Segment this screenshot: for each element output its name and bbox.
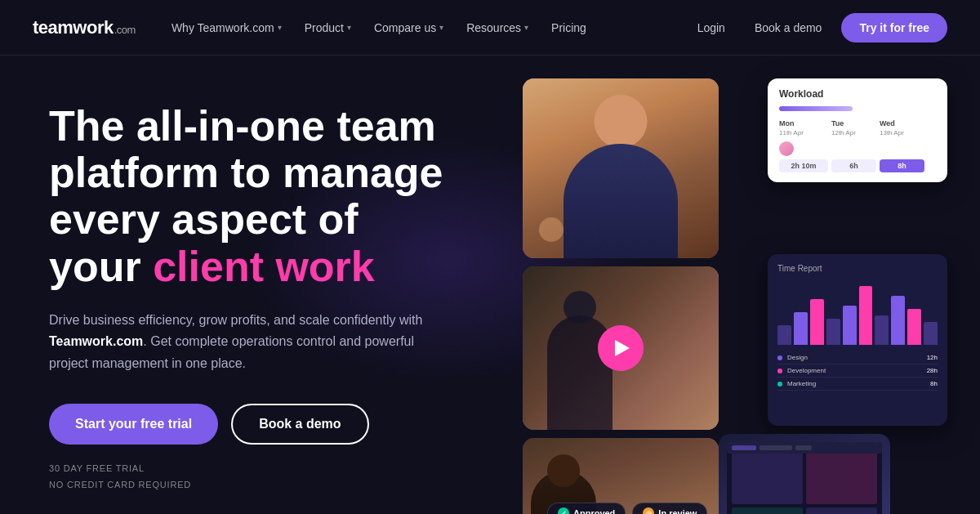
time-report-card: Time Report Design 12h — [768, 254, 947, 426]
chevron-down-icon: ▾ — [278, 23, 282, 32]
legend-dot — [777, 369, 782, 373]
nav-item-why-teamwork[interactable]: Why Teamwork.com ▾ — [162, 15, 292, 41]
start-free-trial-button[interactable]: Start your free trial — [49, 404, 218, 445]
laptop-photo — [719, 434, 890, 514]
workload-title: Workload — [779, 88, 936, 100]
hero-title: The all-in-one team platform to manage e… — [49, 103, 506, 290]
image-collage-container: Workload Mon 11th Apr Tue 12th Apr Wed 1… — [523, 78, 947, 514]
time-report-row: Design 12h — [777, 351, 938, 364]
hero-content: The all-in-one team platform to manage e… — [49, 95, 506, 514]
try-it-free-button[interactable]: Try it for free — [841, 13, 947, 42]
time-cell-wed: 8h — [880, 159, 924, 172]
person-image — [523, 78, 719, 258]
workload-grid: Mon 11th Apr Tue 12th Apr Wed 13th Apr — [779, 119, 936, 136]
nav-item-resources[interactable]: Resources ▾ — [457, 15, 538, 41]
hero-section: The all-in-one team platform to manage e… — [0, 56, 980, 514]
screen-cell — [732, 507, 803, 515]
check-icon: ✓ — [558, 507, 569, 514]
play-icon — [615, 340, 630, 356]
workload-avatar — [779, 141, 794, 156]
hero-buttons: Start your free trial Book a demo — [49, 404, 506, 445]
chart-bar — [843, 306, 857, 345]
logo-text: teamwork.com — [33, 17, 136, 38]
in-review-badge: ◷ In review — [632, 503, 707, 514]
chart-bar — [777, 325, 791, 345]
nav-item-pricing[interactable]: Pricing — [541, 15, 596, 41]
time-cell-tue: 6h — [831, 159, 876, 172]
video-thumbnail[interactable] — [523, 266, 719, 430]
nav-item-product[interactable]: Product ▾ — [295, 15, 361, 41]
legend-dot — [777, 355, 782, 360]
hero-image-collage: Workload Mon 11th Apr Tue 12th Apr Wed 1… — [506, 95, 931, 514]
login-button[interactable]: Login — [688, 15, 735, 41]
workload-avatar-row — [779, 141, 936, 156]
time-report-row: Marketing 8h — [777, 378, 938, 391]
workload-progress-bar — [779, 106, 853, 111]
time-report-title: Time Report — [777, 264, 938, 273]
workload-time-cells: 2h 10m 6h 8h — [779, 159, 936, 172]
navbar: teamwork.com Why Teamwork.com ▾ Product … — [0, 0, 980, 56]
chart-bar — [826, 319, 840, 345]
nav-right: Login Book a demo Try it for free — [688, 13, 947, 42]
chevron-down-icon: ▾ — [439, 23, 443, 32]
chart-bar — [875, 315, 889, 345]
person-photo-top — [523, 78, 719, 258]
logo[interactable]: teamwork.com — [33, 17, 136, 38]
nav-item-compare[interactable]: Compare us ▾ — [364, 15, 453, 41]
status-badges: ✓ Approved ◷ In review — [547, 503, 707, 514]
book-demo-button[interactable]: Book a demo — [231, 404, 368, 445]
chart-bar — [810, 299, 824, 345]
chart-bar — [924, 322, 938, 345]
time-report-row: Development 28h — [777, 364, 938, 378]
worker-head — [547, 454, 580, 487]
chart-bar — [907, 309, 921, 345]
chart-bar — [794, 312, 808, 345]
clock-icon: ◷ — [643, 507, 654, 514]
screen-cell — [806, 507, 877, 515]
hero-footnote: 30 DAY FREE TRIAL NO CREDIT CARD REQUIRE… — [49, 461, 506, 494]
hero-description: Drive business efficiency, grow profits,… — [49, 310, 449, 374]
legend-dot — [777, 382, 782, 387]
nav-book-demo-button[interactable]: Book a demo — [745, 15, 832, 41]
screen-cell — [732, 447, 803, 504]
time-cell-mon: 2h 10m — [779, 159, 828, 172]
chevron-down-icon: ▾ — [347, 23, 351, 32]
play-button[interactable] — [598, 325, 644, 371]
chart-bar — [859, 286, 873, 345]
nav-links: Why Teamwork.com ▾ Product ▾ Compare us … — [162, 15, 688, 41]
approved-badge: ✓ Approved — [547, 503, 626, 514]
chart-bar — [891, 296, 905, 345]
chevron-down-icon: ▾ — [524, 23, 528, 32]
chart-bars — [777, 279, 938, 345]
workload-card: Workload Mon 11th Apr Tue 12th Apr Wed 1… — [768, 78, 947, 182]
screen-cell — [806, 447, 877, 504]
